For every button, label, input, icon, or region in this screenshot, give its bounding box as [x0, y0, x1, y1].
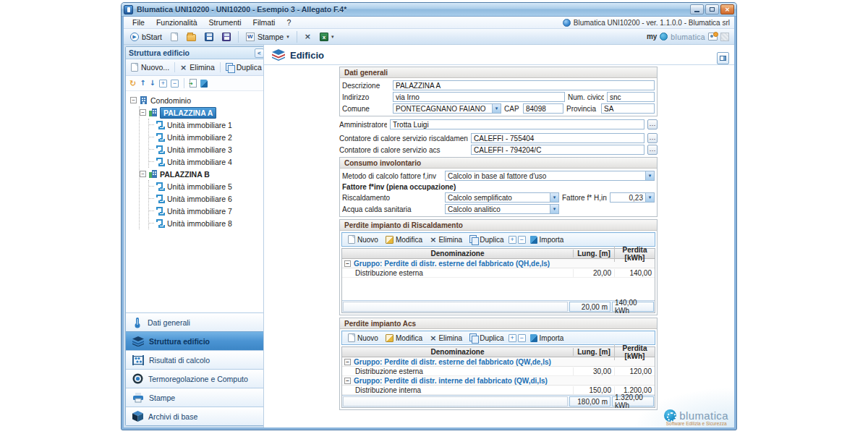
column-lunghezza[interactable]: Lung. [m]	[573, 250, 614, 258]
menu-file[interactable]: File	[127, 17, 150, 27]
collapse-node-icon[interactable]: −	[130, 97, 137, 103]
tree-node-unit[interactable]: Unità immobiliare 4	[149, 156, 265, 168]
menu-help[interactable]: ?	[281, 17, 297, 27]
open-button[interactable]	[183, 31, 200, 43]
maximize-button[interactable]	[705, 4, 719, 14]
elimina-button[interactable]: ×Elimina	[427, 333, 465, 343]
num-civico-field[interactable]	[607, 92, 655, 102]
contatore-acs-browse-button[interactable]: …	[647, 145, 658, 155]
disabled-grid-icon	[720, 33, 729, 41]
expand-all-icon[interactable]: +	[509, 236, 516, 244]
excel-export-button[interactable]: x ▾	[316, 31, 338, 43]
minimize-button[interactable]	[690, 4, 704, 14]
tree-node-unit[interactable]: Unità immobiliare 5	[149, 180, 265, 192]
sidebar-item-struttura-edificio[interactable]: Struttura edificio	[126, 331, 267, 350]
tree-node-unit[interactable]: Unità immobiliare 3	[149, 143, 265, 156]
collapse-all-icon[interactable]: −	[518, 236, 526, 244]
tree-node-unit[interactable]: Unità immobiliare 2	[149, 131, 265, 143]
collapse-all-icon[interactable]: −	[518, 334, 526, 342]
sidebar-item-termoregolazione[interactable]: Termoregolazione e Computo	[126, 369, 267, 388]
tree-node-unit[interactable]: Unità immobiliare 1	[149, 119, 265, 131]
contact-badge-icon[interactable]	[708, 33, 718, 41]
elimina-button[interactable]: ×Elimina	[427, 235, 465, 244]
table-group-row[interactable]: − Gruppo: Perdite di distr. interne del …	[342, 376, 655, 386]
collapse-node-icon[interactable]: −	[140, 171, 146, 177]
column-denominazione[interactable]: Denominazione	[342, 348, 573, 356]
delete-tool-button[interactable]: ×	[301, 31, 315, 42]
contatore-risc-browse-button[interactable]: …	[647, 133, 658, 143]
comune-select[interactable]: PONTECAGNANO FAIANO ▾	[393, 103, 501, 114]
stampe-button[interactable]: Stampe ▾	[242, 31, 293, 43]
refresh-icon[interactable]: ↻	[129, 80, 136, 88]
menu-funzionalita[interactable]: Funzionalità	[150, 17, 203, 27]
collapse-all-icon[interactable]: −	[171, 80, 179, 88]
tree-node-palazzina-b[interactable]: − PALAZZINA B	[140, 168, 265, 180]
move-down-icon[interactable]: ↓	[150, 80, 156, 87]
cap-field[interactable]	[523, 103, 563, 114]
chevron-down-icon: ▾	[492, 104, 501, 113]
toolbar-separator	[297, 31, 297, 43]
importa-button[interactable]: Importa	[527, 235, 567, 244]
collapse-node-icon[interactable]: −	[140, 109, 146, 116]
table-row[interactable]: Distribuzione esterna 30,00 120,00	[342, 367, 655, 376]
acqua-select[interactable]: Calcolo analitico ▾	[445, 204, 559, 214]
bstart-button[interactable]: ▶ bStart	[127, 31, 166, 43]
provincia-field[interactable]	[601, 103, 655, 114]
column-perdita[interactable]: Perdita [kWh]	[614, 344, 655, 360]
indirizzo-field[interactable]	[393, 92, 565, 102]
expand-all-icon[interactable]: +	[509, 334, 516, 342]
riscaldamento-select[interactable]: Calcolo semplificato ▾	[445, 192, 559, 203]
contatore-acs-field[interactable]	[471, 145, 644, 155]
table-row[interactable]: Distribuzione esterna 20,00 140,00	[342, 268, 655, 278]
amministratore-browse-button[interactable]: …	[647, 119, 658, 129]
modifica-button[interactable]: Modifica	[383, 235, 425, 244]
sidebar-item-dati-generali[interactable]: Dati generali	[126, 312, 267, 331]
column-denominazione[interactable]: Denominazione	[342, 250, 573, 258]
dock-panel-button[interactable]	[717, 52, 729, 64]
save-all-button[interactable]	[218, 31, 234, 43]
tree-node-unit[interactable]: Unità immobiliare 7	[149, 205, 265, 217]
collapse-panel-button[interactable]: <	[255, 48, 264, 58]
new-document-button[interactable]	[167, 31, 182, 43]
collapse-group-icon[interactable]: −	[344, 378, 351, 384]
blumatica-tagline: Software Edilizia e Sicurezza	[666, 421, 727, 426]
modifica-button[interactable]: Modifica	[383, 333, 425, 343]
close-button[interactable]: ×	[720, 4, 734, 14]
expand-all-icon[interactable]: +	[159, 80, 167, 88]
duplica-button[interactable]: Duplica	[467, 333, 506, 343]
descrizione-field[interactable]	[393, 80, 655, 90]
column-perdita[interactable]: Perdita [kWh]	[614, 246, 655, 262]
importa-button[interactable]: Importa	[527, 333, 567, 343]
menu-filmati[interactable]: Filmati	[247, 17, 281, 27]
table-group-row[interactable]: − Gruppo: Perdite di distr. esterne del …	[342, 259, 655, 268]
save-button[interactable]	[201, 31, 217, 43]
table-row[interactable]: Distribuzione interna 150,00 1.200,00	[342, 386, 655, 395]
column-lunghezza[interactable]: Lung. [m]	[573, 348, 614, 356]
collapse-group-icon[interactable]: −	[344, 260, 351, 267]
tree-node-unit[interactable]: Unità immobiliare 8	[149, 217, 265, 229]
tree-elimina-button[interactable]: × Elimina	[176, 61, 218, 73]
sidebar-item-stampe[interactable]: Stampe	[126, 388, 267, 407]
metodo-select[interactable]: Calcolo in base al fattore d'uso ▾	[445, 171, 655, 181]
sidebar-item-archivi-di-base[interactable]: Archivi di base	[126, 407, 267, 425]
nuovo-button[interactable]: Nuovo	[345, 333, 381, 343]
nuovo-button[interactable]: Nuovo	[345, 234, 381, 244]
amministratore-field[interactable]	[390, 119, 644, 129]
tree-duplica-button[interactable]: Duplica	[222, 61, 265, 73]
collapse-group-icon[interactable]: −	[344, 359, 351, 365]
sidebar-item-risultati-di-calcolo[interactable]: Risultati di calcolo	[126, 350, 267, 369]
contatore-risc-field[interactable]	[471, 133, 644, 143]
tree-nuovo-button[interactable]: Nuovo...	[127, 61, 173, 73]
export-icon[interactable]	[190, 79, 197, 88]
tree-node-unit[interactable]: Unità immobiliare 6	[149, 192, 265, 205]
import-flag-icon[interactable]	[200, 80, 208, 88]
tree-node-condominio[interactable]: − Condominio	[130, 94, 265, 106]
move-up-icon[interactable]: ↑	[140, 80, 145, 87]
fattore-h-input[interactable]: 0,23 ▾	[610, 192, 655, 203]
menu-strumenti[interactable]: Strumenti	[203, 17, 247, 27]
table-group-row[interactable]: − Gruppo: Perdite di distr. esterne del …	[342, 357, 655, 367]
title-bar[interactable]: Blumatica UNI10200 - UNI10200 - Esempio …	[122, 3, 736, 17]
duplica-button[interactable]: Duplica	[467, 234, 506, 244]
tree-node-palazzina-a[interactable]: − PALAZZINA A	[140, 106, 265, 119]
tree-children: Unità immobiliare 5 Unità immobiliare 6 …	[148, 180, 265, 229]
